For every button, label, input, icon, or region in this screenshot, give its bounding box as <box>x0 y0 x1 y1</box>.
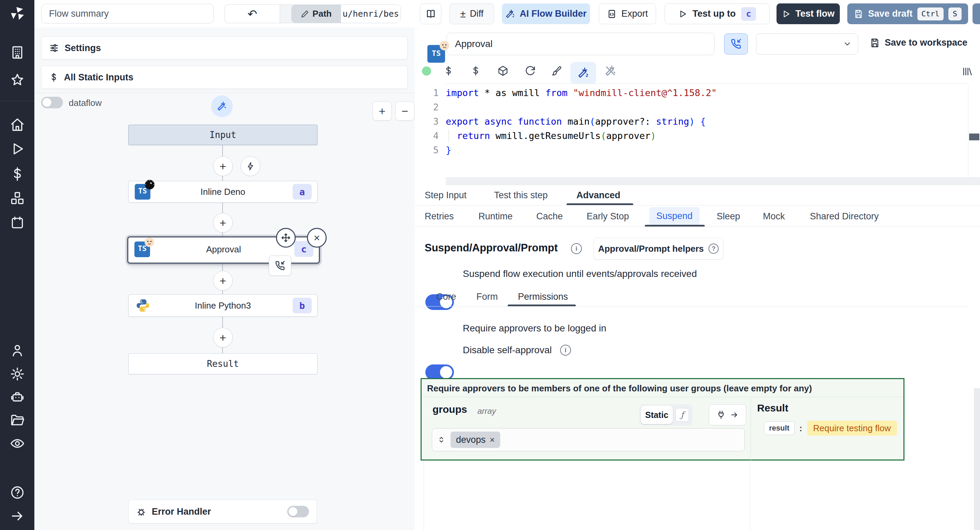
approval-prompt-helpers-button[interactable]: Approval/Prompt helpers ? <box>593 238 724 260</box>
diff-button[interactable]: ± Diff <box>450 3 494 24</box>
step-name-input[interactable]: Approval <box>447 33 714 55</box>
sidebar-item-runs[interactable] <box>10 141 25 156</box>
export-button[interactable]: Export <box>599 3 656 24</box>
dollar-icon <box>471 66 481 76</box>
static-pill[interactable]: Static <box>641 405 673 424</box>
plus-icon: + <box>220 274 226 287</box>
add-trigger-button[interactable] <box>240 156 260 176</box>
move-step-handle[interactable] <box>276 228 296 247</box>
info-icon[interactable]: i <box>560 345 571 356</box>
updown-chevrons-icon[interactable] <box>437 435 446 444</box>
code-editor[interactable]: 1 2 3 4 5 import * as wmill from "windmi… <box>415 84 968 177</box>
tab-suspend-active[interactable]: Suspend <box>649 207 700 225</box>
line-number: 5 <box>415 143 439 157</box>
step-kind-select[interactable] <box>756 34 858 54</box>
reload-icon-button[interactable] <box>523 63 538 78</box>
add-step-button[interactable]: + <box>213 156 233 176</box>
ai-assist-button[interactable] <box>211 95 233 117</box>
groups-field-label: groups <box>433 404 467 415</box>
dataflow-toggle[interactable] <box>41 97 63 108</box>
sidebar-item-settings[interactable] <box>10 367 25 382</box>
tab-sleep[interactable]: Sleep <box>717 211 740 222</box>
line-number: 3 <box>415 115 439 129</box>
deno-step-badge: a <box>293 184 312 200</box>
test-flow-button[interactable]: Test flow <box>776 3 840 24</box>
flow-step-python[interactable]: Inline Python3 b <box>128 294 318 317</box>
static-toggle-group[interactable]: Static ƒ <box>640 404 692 425</box>
sidebar-item-workspace[interactable] <box>10 45 25 60</box>
tab-retries[interactable]: Retries <box>425 211 454 222</box>
deploy-button-partial[interactable] <box>972 3 980 24</box>
flow-settings-card[interactable]: Settings <box>41 37 408 60</box>
expand-sidebar-icon[interactable] <box>10 509 25 524</box>
flow-summary-input[interactable]: Flow summary <box>41 4 214 24</box>
zoom-out-button[interactable]: − <box>395 102 414 121</box>
package-icon-button[interactable] <box>495 63 511 78</box>
tab-mock[interactable]: Mock <box>763 211 785 222</box>
sidebar-item-variables[interactable] <box>10 166 25 182</box>
sidebar-item-favorites[interactable] <box>10 73 25 88</box>
path-value-segment[interactable]: u/henri/bes <box>341 5 401 23</box>
tab-advanced-active[interactable]: Advanced <box>576 190 620 201</box>
tab-step-input[interactable]: Step Input <box>425 190 466 201</box>
tab-permissions-active[interactable]: Permissions <box>518 292 568 302</box>
add-step-button[interactable]: + <box>213 328 233 347</box>
tab-test-this-step[interactable]: Test this step <box>494 190 548 201</box>
error-handler-toggle[interactable] <box>287 506 309 517</box>
ai-flow-builder-button[interactable]: AI Flow Builder <box>502 3 590 24</box>
flow-result-node[interactable]: Result <box>128 353 318 374</box>
group-chip-devops[interactable]: devops × <box>450 431 500 448</box>
format-icon-button[interactable] <box>549 63 564 78</box>
tab-form[interactable]: Form <box>476 292 498 302</box>
tab-early-stop[interactable]: Early Stop <box>587 211 629 222</box>
approval-phone-badge[interactable] <box>269 255 291 276</box>
sidebar-item-resources[interactable] <box>10 191 25 206</box>
tab-shared-directory[interactable]: Shared Directory <box>810 211 879 222</box>
ai-generate-active-button[interactable] <box>570 62 596 84</box>
user-groups-box: Require approvers to be members of one o… <box>421 378 904 461</box>
suspend-phone-button[interactable] <box>724 34 748 54</box>
info-icon[interactable]: i <box>571 243 582 254</box>
help-icon[interactable] <box>10 485 25 500</box>
groups-array-input[interactable]: devops × <box>432 428 745 451</box>
sidebar-item-audit-logs[interactable] <box>10 436 25 451</box>
brush-icon <box>551 65 562 76</box>
all-static-inputs-card[interactable]: All Static Inputs <box>41 66 408 89</box>
sidebar-item-workers[interactable] <box>10 390 25 405</box>
ai-disabled-icon-button[interactable] <box>603 63 618 78</box>
tab-core[interactable]: Core <box>436 292 456 302</box>
path-label-segment: Path <box>292 5 341 23</box>
error-handler-card[interactable]: Error Handler <box>128 500 317 524</box>
zoom-in-button[interactable]: + <box>372 102 392 121</box>
add-step-button[interactable]: + <box>213 213 233 233</box>
sidebar-item-schedules[interactable] <box>10 215 25 230</box>
bug-icon <box>136 506 146 517</box>
javascript-expr-toggle[interactable]: ƒ <box>675 408 689 422</box>
tab-runtime[interactable]: Runtime <box>479 211 513 222</box>
contextual-variables-icon-button[interactable] <box>468 63 483 78</box>
tab-cache[interactable]: Cache <box>536 211 563 222</box>
undo-button[interactable]: ↶ <box>224 5 280 23</box>
sidebar-item-home[interactable] <box>10 117 25 132</box>
add-step-button[interactable]: + <box>213 271 233 291</box>
connect-input-button[interactable] <box>709 404 746 425</box>
remove-chip-icon[interactable]: × <box>490 435 495 445</box>
right-scrollbar-track[interactable] <box>974 388 980 530</box>
sidebar-item-folders[interactable] <box>10 413 25 428</box>
save-to-workspace-label: Save to workspace <box>885 37 967 48</box>
flow-input-node[interactable]: Input <box>128 125 318 145</box>
flow-step-deno[interactable]: TS Inline Deno a <box>128 181 318 203</box>
path-group[interactable]: Path u/henri/bes <box>291 5 401 23</box>
test-up-to-button[interactable]: Test up to c <box>665 3 770 24</box>
editor-scrollbar-thumb[interactable] <box>969 134 979 140</box>
export-file-icon <box>607 9 617 19</box>
save-to-workspace-button[interactable]: Save to workspace <box>870 37 967 48</box>
save-draft-button[interactable]: Save draft Ctrl S <box>847 3 968 24</box>
library-icon-button[interactable] <box>959 64 975 79</box>
delete-step-button[interactable]: × <box>307 228 327 247</box>
path-value: u/henri/bes <box>343 9 399 19</box>
windmill-logo[interactable] <box>10 6 25 21</box>
docs-button[interactable] <box>420 3 441 24</box>
sidebar-item-users[interactable] <box>10 343 25 358</box>
variables-icon-button[interactable] <box>441 63 456 78</box>
